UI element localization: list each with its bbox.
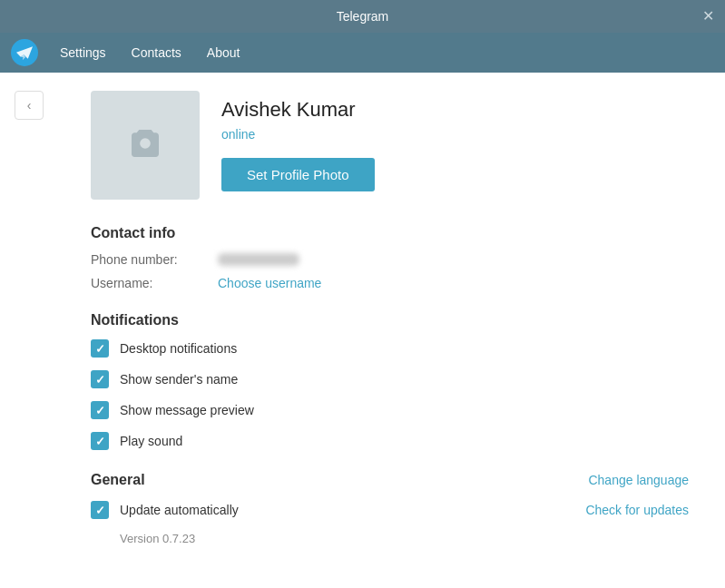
title-bar: Telegram ✕ <box>0 0 725 33</box>
play-sound-row: ✓ Play sound <box>91 432 689 450</box>
profile-section: Avishek Kumar online Set Profile Photo <box>91 91 689 200</box>
change-language-link[interactable]: Change language <box>588 473 689 487</box>
update-checkbox-row: ✓ Update automatically <box>91 501 585 519</box>
general-header: General Change language <box>91 472 689 488</box>
check-icon: ✓ <box>95 435 105 448</box>
username-label: Username: <box>91 276 218 290</box>
play-sound-label: Play sound <box>120 434 182 448</box>
show-sender-name-label: Show sender's name <box>120 372 238 387</box>
back-icon: ‹ <box>27 98 32 113</box>
check-icon: ✓ <box>95 504 105 517</box>
close-button[interactable]: ✕ <box>702 9 714 24</box>
update-automatically-row: ✓ Update automatically Version 0.7.23 Ch… <box>91 501 689 545</box>
notifications-section: ✓ Desktop notifications ✓ Show sender's … <box>91 339 689 450</box>
profile-status: online <box>221 127 375 142</box>
desktop-notifications-checkbox[interactable]: ✓ <box>91 339 109 358</box>
menu-bar: Settings Contacts About <box>0 33 725 73</box>
check-icon: ✓ <box>95 373 105 387</box>
phone-row: Phone number: <box>91 252 689 267</box>
menu-settings[interactable]: Settings <box>49 40 117 65</box>
check-icon: ✓ <box>95 342 105 356</box>
update-right: Check for updates <box>585 501 689 517</box>
update-automatically-label: Update automatically <box>120 503 239 517</box>
avatar[interactable] <box>91 91 200 200</box>
phone-label: Phone number: <box>91 252 218 267</box>
version-text: Version 0.7.23 <box>120 532 585 545</box>
contact-info-title: Contact info <box>91 225 689 241</box>
contact-info-section: Phone number: Username: Choose username <box>91 252 689 290</box>
desktop-notifications-label: Desktop notifications <box>120 341 237 356</box>
back-button[interactable]: ‹ <box>15 91 44 120</box>
username-row: Username: Choose username <box>91 276 689 290</box>
camera-icon <box>127 125 163 165</box>
general-section: General Change language ✓ Update automat… <box>91 472 689 545</box>
play-sound-checkbox[interactable]: ✓ <box>91 432 109 450</box>
profile-info: Avishek Kumar online Set Profile Photo <box>221 91 375 191</box>
notifications-title: Notifications <box>91 312 689 328</box>
show-message-preview-row: ✓ Show message preview <box>91 401 689 419</box>
check-for-updates-link[interactable]: Check for updates <box>585 503 689 517</box>
show-sender-name-row: ✓ Show sender's name <box>91 370 689 388</box>
profile-name: Avishek Kumar <box>221 98 375 122</box>
update-automatically-checkbox[interactable]: ✓ <box>91 501 109 519</box>
update-left: ✓ Update automatically Version 0.7.23 <box>91 501 585 545</box>
show-sender-name-checkbox[interactable]: ✓ <box>91 370 109 388</box>
choose-username-link[interactable]: Choose username <box>218 276 321 290</box>
app-title: Telegram <box>337 9 389 24</box>
main-content: ‹ Avishek Kumar online Set Profile Photo… <box>0 73 725 588</box>
menu-about[interactable]: About <box>196 40 251 65</box>
telegram-logo-icon <box>11 39 38 66</box>
desktop-notifications-row: ✓ Desktop notifications <box>91 339 689 358</box>
phone-value <box>218 253 299 266</box>
menu-contacts[interactable]: Contacts <box>121 40 192 65</box>
show-message-preview-label: Show message preview <box>120 403 254 417</box>
check-icon: ✓ <box>95 404 105 417</box>
show-message-preview-checkbox[interactable]: ✓ <box>91 401 109 419</box>
set-profile-photo-button[interactable]: Set Profile Photo <box>221 158 375 191</box>
general-title: General <box>91 472 145 488</box>
